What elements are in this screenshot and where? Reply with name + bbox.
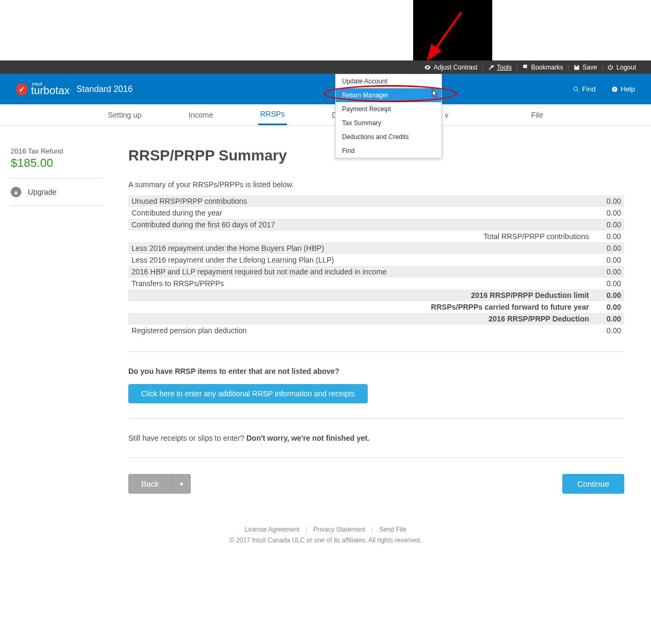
divider xyxy=(11,205,102,206)
summary-value: 0.00 xyxy=(592,254,624,266)
receipts-text: Still have receipts or slips to enter? D… xyxy=(128,434,624,442)
summary-row: Less 2016 repayment under the Lifelong L… xyxy=(128,254,624,266)
summary-value: 0.00 xyxy=(592,266,624,278)
tab-income[interactable]: Income xyxy=(187,105,215,125)
summary-value: 0.00 xyxy=(592,207,624,219)
summary-row: Registered pension plan deduction0.00 xyxy=(128,325,624,336)
separator: | xyxy=(306,526,307,533)
tab-rrsps[interactable]: RRSPs xyxy=(258,104,287,125)
upgrade-icon: ▲ xyxy=(11,187,21,197)
summary-row: Contributed during the first 60 days of … xyxy=(128,219,624,231)
help-link[interactable]: ? Help xyxy=(611,85,635,93)
summary-row: Unused RRSP/PRPP contributions0.00 xyxy=(128,195,624,207)
summary-value: 0.00 xyxy=(592,231,624,242)
upgrade-link[interactable]: ▲ Upgrade xyxy=(11,187,102,197)
tab-setting-up[interactable]: Setting up xyxy=(106,105,144,125)
brand-name: turbotax xyxy=(31,85,69,96)
bookmarks-label: Bookmarks xyxy=(531,64,563,71)
nav-buttons: Back ▼ Continue xyxy=(128,474,624,494)
divider xyxy=(128,457,624,458)
summary-row: 2016 HBP and LLP repayment required but … xyxy=(128,266,624,278)
divider xyxy=(11,178,102,179)
summary-label: RRSPs/PRPPs carried forward to future ye… xyxy=(128,301,592,313)
tools-link[interactable]: Tools xyxy=(484,64,516,71)
upgrade-label: Upgrade xyxy=(28,188,57,196)
summary-value: 0.00 xyxy=(592,301,624,313)
search-icon xyxy=(573,86,579,93)
copyright-text: © 2017 Intuit Canada ULC or one of its a… xyxy=(0,536,651,544)
find-label: Find xyxy=(582,85,595,93)
dropdown-item-deductions-and-credits[interactable]: Deductions and Credits xyxy=(336,130,441,144)
summary-label: 2016 RRSP/PRPP Deduction limit xyxy=(128,289,592,301)
tab-hidden-review[interactable]: v xyxy=(443,105,451,125)
content: RRSP/PRPP Summary A summary of your RRSP… xyxy=(112,147,640,504)
wrench-icon xyxy=(488,64,494,71)
summary-row: RRSPs/PRPPs carried forward to future ye… xyxy=(128,301,624,313)
bookmarks-link[interactable]: Bookmarks xyxy=(518,64,568,71)
svg-point-2 xyxy=(574,87,577,90)
summary-row: Total RRSP/PRPP contributions0.00 xyxy=(128,231,624,242)
refund-label: 2016 Tax Refund xyxy=(11,147,102,155)
brand-bar: ✓ intuit turbotax. Standard 2016 Find ? … xyxy=(0,74,651,104)
tools-label: Tools xyxy=(497,64,512,71)
summary-row: 2016 RRSP/PRPP Deduction limit0.00 xyxy=(128,289,624,301)
power-icon xyxy=(607,64,614,71)
footer-license-link[interactable]: License Agreement xyxy=(241,526,304,533)
dropdown-item-tax-summary[interactable]: Tax Summary xyxy=(336,116,441,130)
refund-amount: $185.00 xyxy=(11,156,102,170)
summary-label: Registered pension plan deduction xyxy=(128,325,592,336)
additional-rrsp-button[interactable]: Click here to enter any additional RRSP … xyxy=(128,384,368,403)
sidebar: 2016 Tax Refund $185.00 ▲ Upgrade xyxy=(11,147,112,504)
dropdown-item-payment-receipt[interactable]: Payment Receipt xyxy=(336,102,441,116)
summary-label: Contributed during the year xyxy=(128,207,592,219)
summary-label: Total RRSP/PRPP contributions xyxy=(128,231,592,242)
summary-value: 0.00 xyxy=(592,313,624,325)
summary-row: Transfers to RRSPs/PRPPs0.00 xyxy=(128,278,624,289)
summary-row: Contributed during the year0.00 xyxy=(128,207,624,219)
top-utility-bar: Adjust Contrast | Tools | Bookmarks | Sa… xyxy=(0,60,651,74)
help-icon: ? xyxy=(611,86,618,93)
summary-label: Contributed during the first 60 days of … xyxy=(128,219,592,231)
summary-label: 2016 RRSP/PRPP Deduction xyxy=(128,313,592,325)
back-dropdown-caret[interactable]: ▼ xyxy=(172,474,191,494)
divider xyxy=(128,351,624,352)
brand-block: intuit turbotax. xyxy=(31,81,71,97)
logout-label: Logout xyxy=(616,64,636,71)
adjust-contrast-link[interactable]: Adjust Contrast xyxy=(420,64,482,71)
tab-file[interactable]: File xyxy=(529,105,546,125)
svg-line-1 xyxy=(429,12,461,58)
footer-sendfile-link[interactable]: Send File xyxy=(375,526,411,533)
tools-dropdown: Update AccountReturn ManagerPayment Rece… xyxy=(335,74,442,158)
footer-privacy-link[interactable]: Privacy Statement xyxy=(309,526,369,533)
receipts-text-a: Still have receipts or slips to enter? xyxy=(128,434,246,442)
dropdown-item-update-account[interactable]: Update Account xyxy=(336,74,441,88)
summary-label: Transfers to RRSPs/PRPPs xyxy=(128,278,592,289)
summary-value: 0.00 xyxy=(592,278,624,289)
logout-link[interactable]: Logout xyxy=(603,64,640,71)
flag-icon xyxy=(522,64,529,71)
summary-value: 0.00 xyxy=(592,195,624,207)
summary-value: 0.00 xyxy=(592,219,624,231)
svg-line-3 xyxy=(577,90,579,92)
summary-row: 2016 RRSP/PRPP Deduction0.00 xyxy=(128,313,624,325)
back-button[interactable]: Back xyxy=(128,474,172,494)
summary-label: Less 2016 repayment under the Lifelong L… xyxy=(128,254,592,266)
summary-label: Less 2016 repayment under the Home Buyer… xyxy=(128,242,592,254)
find-link[interactable]: Find xyxy=(573,85,595,93)
brand-edition: Standard 2016 xyxy=(76,85,133,94)
summary-value: 0.00 xyxy=(592,242,624,254)
save-label: Save xyxy=(583,64,597,71)
eye-icon xyxy=(424,64,431,71)
footer: License Agreement | Privacy Statement | … xyxy=(0,515,651,560)
question-text: Do you have RRSP items to enter that are… xyxy=(128,367,624,375)
continue-button[interactable]: Continue xyxy=(562,474,624,494)
save-link[interactable]: Save xyxy=(569,64,601,71)
cursor-icon xyxy=(431,89,439,98)
dropdown-item-return-manager[interactable]: Return Manager xyxy=(336,88,441,102)
adjust-contrast-label: Adjust Contrast xyxy=(433,64,477,71)
logo-circle: ✓ xyxy=(16,83,28,95)
nav-tabs: Setting upIncomeRRSPsDeductionsvFilev xyxy=(0,104,651,126)
summary-value: 0.00 xyxy=(592,289,624,301)
dropdown-item-find[interactable]: Find xyxy=(336,144,441,158)
summary-label: 2016 HBP and LLP repayment required but … xyxy=(128,266,592,278)
